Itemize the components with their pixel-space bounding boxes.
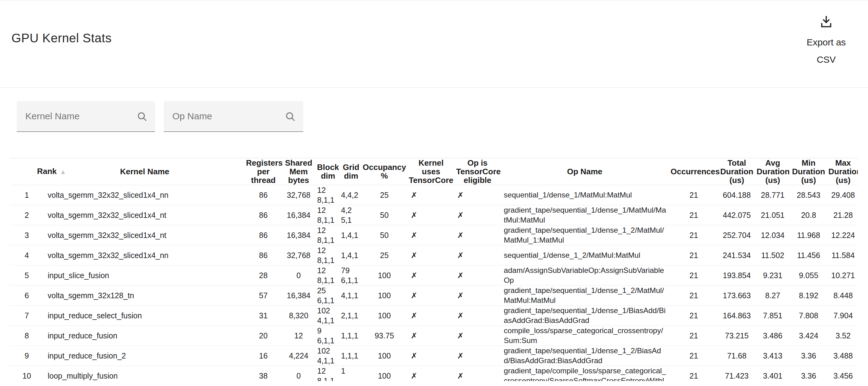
column-header-max-duration[interactable]: Max Duration (us) [828,158,858,185]
shared-mem-bytes-cell: 12 [281,326,316,346]
block-dim-cell: 102 4,1,1 [316,346,339,366]
rank-cell: 9 [10,346,43,366]
grid-dim-cell: 4,1,1 [339,286,363,306]
total-duration-cell: 241.534 [717,245,756,266]
table-row: 4 volta_sgemm_32x32_sliced1x4_nn 86 32,7… [10,245,858,266]
filter-row [17,101,868,132]
column-header-op-is-tensorcore-eligible[interactable]: Op is TensorCore eligible [456,158,499,185]
max-duration-cell: 11.584 [828,245,858,266]
occupancy-cell: 25 [363,185,406,205]
kernel-name-cell: input_reduce_fusion_2 [43,346,246,366]
table-row: 7 input_reduce_select_fusion 31 8,320 10… [10,306,858,326]
shared-mem-bytes-cell: 8,320 [281,306,316,326]
column-header-avg-duration[interactable]: Avg Duration (us) [756,158,789,185]
op-is-tensorcore-eligible-cell: ✗ [456,346,499,366]
kernel-name-cell: volta_sgemm_32x32_sliced1x4_nt [43,225,246,245]
block-dim-cell: 12 8,1,1 [316,225,339,245]
op-name-cell: compile_loss/sparse_categorical_crossent… [499,326,671,346]
rank-cell: 3 [10,225,43,245]
grid-dim-cell: 4,4,2 [339,185,363,205]
op-is-tensorcore-eligible-cell: ✗ [456,366,499,381]
shared-mem-bytes-cell: 16,384 [281,205,316,225]
op-is-tensorcore-eligible-cell: ✗ [456,326,499,346]
rank-cell: 2 [10,205,43,225]
kernel-name-cell: input_reduce_fusion [43,326,246,346]
kernel-name-cell: volta_sgemm_32x32_sliced1x4_nn [43,185,246,205]
export-csv-button[interactable]: Export as CSV [797,14,856,68]
column-header-registers-per-thread[interactable]: Registers per thread [246,158,281,185]
column-header-kernel-name[interactable]: Kernel Name [43,158,246,185]
occupancy-cell: 93.75 [363,326,406,346]
max-duration-cell: 3.456 [828,366,858,381]
column-header-rank[interactable]: Rank▲ [10,158,43,185]
rank-cell: 7 [10,306,43,326]
table-row: 2 volta_sgemm_32x32_sliced1x4_nt 86 16,3… [10,205,858,225]
column-header-op-name[interactable]: Op Name [499,158,671,185]
op-name-filter [164,101,303,132]
op-name-cell: sequential_1/dense_1_2/MatMul:MatMul [499,245,671,266]
avg-duration-cell: 12.034 [756,225,789,245]
kernel-uses-tensorcore-cell: ✗ [406,205,456,225]
block-dim-cell: 12 8,1,1 [316,205,339,225]
column-header-block-dim[interactable]: Block dim [316,158,339,185]
registers-per-thread-cell: 38 [246,366,281,381]
grid-dim-cell: 79 6,1,1 [339,266,363,286]
registers-per-thread-cell: 31 [246,306,281,326]
kernel-table-body: 1 volta_sgemm_32x32_sliced1x4_nn 86 32,7… [10,185,858,381]
avg-duration-cell: 3.486 [756,326,789,346]
registers-per-thread-cell: 86 [246,185,281,205]
column-header-occurrences[interactable]: Occurrences [671,158,717,185]
op-name-input[interactable] [164,101,303,131]
table-header-row: Rank▲ Kernel Name Registers per thread S… [10,158,858,185]
table-row: 8 input_reduce_fusion 20 12 9 6,1,1 1,1,… [10,326,858,346]
max-duration-cell: 7.904 [828,306,858,326]
column-header-occupancy[interactable]: Occupancy % [363,158,406,185]
kernel-uses-tensorcore-cell: ✗ [406,245,456,266]
occurrences-cell: 21 [671,245,717,266]
max-duration-cell: 29.408 [828,185,858,205]
kernel-name-cell: volta_sgemm_32x128_tn [43,286,246,306]
total-duration-cell: 173.663 [717,286,756,306]
registers-per-thread-cell: 57 [246,286,281,306]
min-duration-cell: 28.543 [789,185,828,205]
op-name-cell: gradient_tape/sequential_1/dense_1/BiasA… [499,306,671,326]
kernel-stats-table-viewport: Rank▲ Kernel Name Registers per thread S… [10,158,858,381]
total-duration-cell: 71.423 [717,366,756,381]
avg-duration-cell: 21.051 [756,205,789,225]
column-header-kernel-uses-tensorcore[interactable]: Kernel uses TensorCore [406,158,456,185]
table-row: 5 input_slice_fusion 28 0 12 8,1,1 79 6,… [10,266,858,286]
registers-per-thread-cell: 86 [246,205,281,225]
registers-per-thread-cell: 28 [246,266,281,286]
kernel-uses-tensorcore-cell: ✗ [406,286,456,306]
column-header-total-duration[interactable]: Total Duration (us) [717,158,756,185]
max-duration-cell: 10.271 [828,266,858,286]
block-dim-cell: 12 8,1,1 [316,185,339,205]
grid-dim-cell: 2,1,1 [339,306,363,326]
block-dim-cell: 102 4,1,1 [316,306,339,326]
rank-cell: 6 [10,286,43,306]
column-header-grid-dim[interactable]: Grid dim [339,158,363,185]
total-duration-cell: 193.854 [717,266,756,286]
kernel-name-input[interactable] [17,101,155,131]
op-is-tensorcore-eligible-cell: ✗ [456,205,499,225]
column-header-shared-mem-bytes[interactable]: Shared Mem bytes [281,158,316,185]
registers-per-thread-cell: 86 [246,245,281,266]
op-is-tensorcore-eligible-cell: ✗ [456,225,499,245]
export-csv-label: Export as CSV [800,34,852,68]
min-duration-cell: 9.055 [789,266,828,286]
op-is-tensorcore-eligible-cell: ✗ [456,266,499,286]
total-duration-cell: 442.075 [717,205,756,225]
occurrences-cell: 21 [671,185,717,205]
avg-duration-cell: 8.27 [756,286,789,306]
rank-cell: 10 [10,366,43,381]
column-header-min-duration[interactable]: Min Duration (us) [789,158,828,185]
table-row: 6 volta_sgemm_32x128_tn 57 16,384 25 6,1… [10,286,858,306]
rank-cell: 4 [10,245,43,266]
grid-dim-cell: 1,1,1 [339,326,363,346]
kernel-name-cell: volta_sgemm_32x32_sliced1x4_nt [43,205,246,225]
min-duration-cell: 20.8 [789,205,828,225]
occupancy-cell: 100 [363,286,406,306]
registers-per-thread-cell: 16 [246,346,281,366]
op-name-cell: sequential_1/dense_1/MatMul:MatMul [499,185,671,205]
block-dim-cell: 12 8,1,1 [316,366,339,381]
